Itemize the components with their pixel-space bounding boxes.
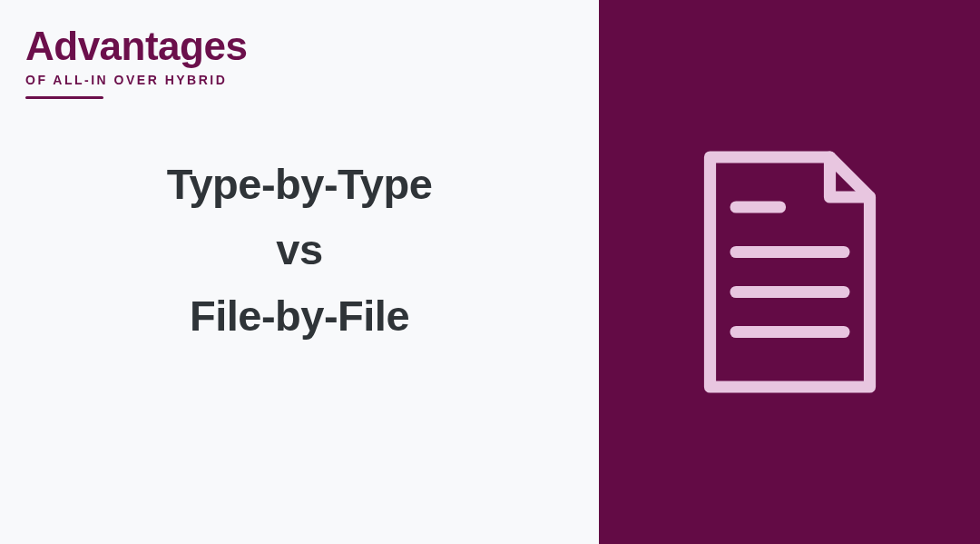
body-line-2: vs [0, 217, 599, 283]
slide-body: Type-by-Type vs File-by-File [0, 151, 599, 350]
left-panel: Advantages OF ALL-IN OVER HYBRID Type-by… [0, 0, 599, 544]
title-underline [25, 96, 103, 99]
header-block: Advantages OF ALL-IN OVER HYBRID [25, 25, 247, 99]
document-icon [688, 147, 892, 397]
right-panel [599, 0, 980, 544]
slide-title: Advantages [25, 25, 247, 67]
body-line-3: File-by-File [0, 283, 599, 350]
slide-subtitle: OF ALL-IN OVER HYBRID [25, 73, 247, 87]
body-line-1: Type-by-Type [0, 151, 599, 217]
